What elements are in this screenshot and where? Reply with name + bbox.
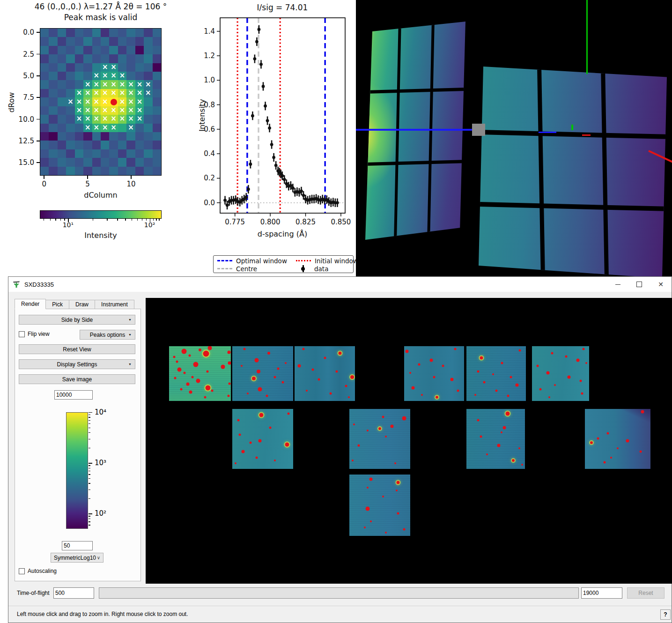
peak-spot [352, 460, 354, 461]
tof-min-input[interactable] [53, 587, 94, 599]
plot-legend: Optimal window Initial window Centre dat… [213, 255, 354, 273]
peak-spot [433, 376, 436, 378]
button-label: Reset View [63, 346, 91, 353]
tof-slider[interactable] [99, 587, 579, 599]
colorbar-max-input[interactable] [54, 390, 93, 400]
peak-spot [348, 396, 350, 398]
peak-spot [442, 365, 444, 367]
tof-label: Time-of-flight [17, 590, 50, 596]
legend-label: Optimal window [236, 257, 287, 265]
colorbar-min-input[interactable] [62, 541, 93, 550]
peak-spot [237, 419, 240, 422]
minimize-button[interactable] [607, 277, 628, 292]
peak-spot [269, 426, 271, 429]
peak-spot [576, 359, 579, 362]
y-axis-line-segment [571, 125, 573, 130]
svg-text:0.850: 0.850 [331, 218, 351, 226]
peak-spot [418, 363, 421, 365]
mask-x-marker: × [119, 98, 126, 105]
scale-type-combo[interactable]: SymmetricLog10∨ [51, 553, 103, 563]
mask-x-marker: × [119, 72, 126, 79]
peak-spot [554, 384, 556, 386]
display-settings-combo[interactable]: Display Settings▼ [19, 359, 135, 369]
render-controls-panel: Side by Side▼ Flip view Peaks options▼ R… [15, 309, 141, 581]
chevron-down-icon: ▼ [128, 333, 132, 336]
mask-x-marker: × [145, 89, 151, 96]
peak-spot [565, 356, 568, 358]
bank-gap [477, 202, 669, 211]
peak-spot [189, 391, 192, 394]
peak-spot [238, 434, 241, 436]
reset-view-button[interactable]: Reset View [19, 344, 135, 354]
mask-x-marker: × [137, 115, 143, 122]
tab-label: Pick [52, 301, 63, 308]
mask-x-marker: × [93, 115, 99, 122]
tab-draw[interactable]: Draw [69, 300, 95, 309]
window-colorbar[interactable] [66, 412, 88, 529]
time-of-flight-row: Time-of-flight Reset [8, 586, 672, 603]
bank-gap [394, 20, 401, 242]
peak-spot [501, 362, 503, 364]
peak-spot [176, 360, 178, 363]
peak-spot [597, 437, 599, 439]
instrument-3d-view[interactable] [356, 0, 672, 276]
peak-spot [486, 453, 488, 455]
peaks-options-combo[interactable]: Peaks options▼ [80, 330, 135, 340]
svg-text:0.0: 0.0 [204, 199, 215, 207]
mask-x-marker: × [76, 115, 82, 122]
peak-spot [394, 462, 396, 464]
tof-reset-button[interactable]: Reset [627, 587, 665, 599]
autoscaling-checkbox[interactable]: Autoscaling [19, 568, 57, 574]
peak-spot [429, 359, 433, 362]
peak-spot [274, 376, 276, 378]
y-axis-line [586, 0, 588, 74]
peak-spot [519, 349, 521, 352]
mask-x-marker: × [85, 124, 91, 131]
save-image-button[interactable]: Save image [19, 374, 135, 384]
mask-x-marker: × [93, 81, 99, 88]
mask-x-marker: × [85, 115, 91, 122]
peak-spot [252, 377, 256, 380]
mask-x-marker: × [102, 115, 108, 122]
svg-text:1.0: 1.0 [204, 76, 215, 84]
mask-x-marker: × [111, 124, 117, 131]
tab-instrument[interactable]: Instrument [95, 300, 134, 309]
peak-spot [396, 490, 398, 491]
peak-spot [188, 354, 191, 356]
beam-axis-line [356, 129, 472, 131]
layout-combo[interactable]: Side by Side▼ [19, 315, 135, 325]
bank-gap [601, 65, 609, 276]
window-titlebar[interactable]: SXD33335 ✕ [8, 277, 672, 292]
peak-spot [277, 367, 279, 370]
flip-view-checkbox[interactable]: Flip view [19, 331, 50, 337]
detector-render-area[interactable] [146, 298, 672, 584]
bank-gap [427, 20, 435, 242]
screenshot-root: 46 (0.,0.,0.) λ=1.27 Å 2θ = 106 ° Peak m… [0, 0, 672, 623]
tab-pick[interactable]: Pick [46, 300, 69, 309]
peak-spot [229, 382, 231, 385]
mask-x-marker: × [111, 89, 117, 96]
window-controls: ✕ [607, 277, 672, 292]
beam-axis-segment [539, 132, 556, 133]
tab-render[interactable]: Render [15, 299, 46, 309]
tab-bar: Render Pick Draw Instrument [15, 299, 134, 309]
detector-panel [295, 346, 355, 401]
peak-spot [287, 413, 289, 415]
peak-spot [244, 348, 246, 350]
mask-x-marker: × [128, 81, 134, 88]
help-button[interactable]: ? [660, 609, 671, 620]
bank-gap [537, 65, 545, 276]
maximize-button[interactable] [628, 277, 650, 292]
peak-spot [641, 410, 644, 414]
detector-panel [585, 409, 650, 469]
peaks-combo-value: Peaks options [90, 332, 125, 338]
peak-spot [206, 370, 208, 372]
button-label: Reset [638, 590, 653, 596]
tof-max-input[interactable] [581, 587, 622, 599]
close-button[interactable]: ✕ [650, 277, 672, 292]
mask-x-marker: × [102, 81, 108, 88]
peak-spot [512, 459, 515, 462]
peak-spot [266, 395, 268, 397]
mask-x-marker: × [93, 107, 99, 114]
peak-spot [370, 520, 372, 522]
